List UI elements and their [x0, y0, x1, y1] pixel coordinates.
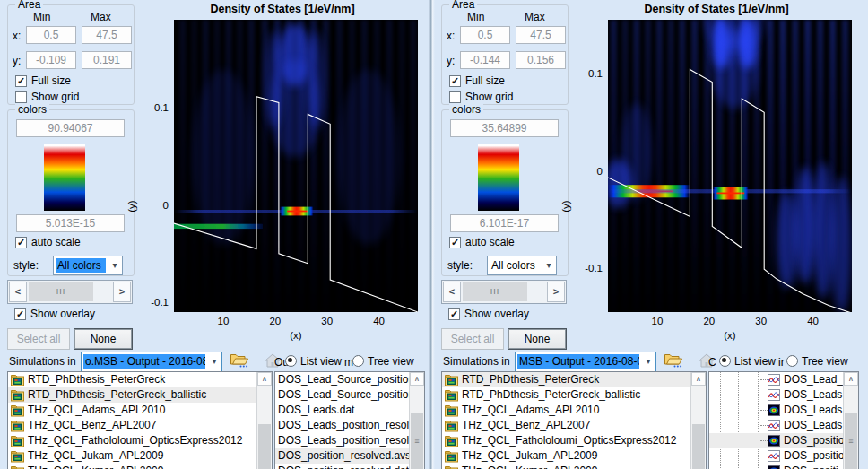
- color-min-value[interactable]: 6.101E-17: [450, 214, 559, 232]
- folder-row[interactable]: THz_QCL_Kumar_APL2009: [8, 464, 256, 469]
- x-max-input[interactable]: 47.5: [82, 26, 132, 44]
- simulation-folder-list[interactable]: ∧ RTD_PhDthesis_PeterGreckRTD_PhDthesis_…: [441, 371, 707, 469]
- file-row[interactable]: DOS_position_resolved.dat: [275, 464, 409, 469]
- color-min-value[interactable]: 5.013E-15: [16, 214, 125, 232]
- folder-row[interactable]: THz_QCL_Benz_APL2007: [442, 418, 690, 433]
- list-view-radio[interactable]: [285, 355, 297, 367]
- chart-icon: [768, 389, 780, 401]
- min-column-label: Min: [33, 11, 50, 23]
- scroll-thumb[interactable]: III: [463, 282, 527, 301]
- file-row[interactable]: DOS_Lead_: [709, 372, 843, 387]
- full-size-checkbox[interactable]: ✓: [449, 75, 461, 87]
- file-row[interactable]: DOS_positi: [709, 464, 843, 469]
- scroll-thumb[interactable]: ≡: [845, 413, 857, 469]
- folder-row[interactable]: RTD_PhDthesis_PeterGreck: [8, 372, 256, 387]
- output-file-tree[interactable]: ∧ ≡ DOS_Lead_DOS_LeadsDOS_LeadsDOS_Leads…: [708, 371, 859, 469]
- scrollbar[interactable]: ∧: [690, 372, 706, 469]
- simulations-combobox-value: MSB - Output - 2016-08-09: [517, 354, 639, 369]
- scroll-up-icon[interactable]: ∧: [410, 372, 424, 386]
- select-all-button[interactable]: Select all: [441, 328, 504, 350]
- x-min-input[interactable]: 0.5: [460, 26, 510, 44]
- simulations-combobox[interactable]: o.MSB - Output - 2016-08-09 ▾: [81, 352, 222, 372]
- scroll-left-button[interactable]: <: [9, 282, 27, 302]
- file-row[interactable]: DOS_positio: [709, 448, 843, 464]
- file-row[interactable]: DOS_Leads: [709, 387, 843, 403]
- folder-row[interactable]: THz_QCL_Jukam_APL2009: [8, 448, 256, 464]
- dos-heatmap-plot[interactable]: [174, 20, 418, 312]
- none-button[interactable]: None: [74, 328, 133, 350]
- dos-heatmap-plot[interactable]: [608, 20, 852, 312]
- show-grid-checkbox[interactable]: [15, 91, 27, 103]
- x-min-input[interactable]: 0.5: [26, 26, 76, 44]
- style-combobox[interactable]: All colors ▾: [53, 256, 123, 275]
- scroll-right-button[interactable]: >: [547, 282, 565, 302]
- scroll-up-icon[interactable]: ∧: [691, 372, 706, 386]
- file-row[interactable]: DOS_Lead_Source_position_: [275, 372, 409, 387]
- show-overlay-checkbox[interactable]: ✓: [448, 308, 460, 320]
- simulations-combobox[interactable]: MSB - Output - 2016-08-09 ▾: [515, 352, 656, 372]
- none-button[interactable]: None: [508, 328, 567, 350]
- tree-view-radio[interactable]: [352, 355, 364, 367]
- x-max-input[interactable]: 47.5: [516, 26, 566, 44]
- full-size-checkbox[interactable]: ✓: [15, 75, 27, 87]
- chevron-down-icon[interactable]: ▾: [207, 352, 221, 371]
- folder-row[interactable]: THz_QCL_Benz_APL2007: [8, 418, 256, 433]
- scroll-thumb[interactable]: ≡: [411, 413, 423, 469]
- folder-row[interactable]: THz_QCL_Fathololoumi_OpticsExpress2012: [442, 433, 690, 448]
- tree-view-radio[interactable]: [786, 355, 798, 367]
- file-row[interactable]: DOS_positio: [709, 433, 843, 448]
- chevron-down-icon[interactable]: ▾: [641, 352, 655, 371]
- folder-row[interactable]: THz_QCL_Adams_APL2010: [442, 403, 690, 418]
- simulation-folder-list[interactable]: ∧ RTD_PhDthesis_PeterGreckRTD_PhDthesis_…: [7, 371, 273, 469]
- scrollbar[interactable]: ∧ ≡: [409, 372, 424, 469]
- color-max-value[interactable]: 90.94067: [16, 119, 125, 137]
- folder-row[interactable]: THz_QCL_Adams_APL2010: [8, 403, 256, 418]
- scroll-right-button[interactable]: >: [113, 282, 131, 302]
- item-label: THz_QCL_Benz_APL2007: [462, 418, 590, 433]
- folder-row[interactable]: THz_QCL_Jukam_APL2009: [442, 448, 690, 464]
- auto-scale-checkbox[interactable]: ✓: [449, 237, 461, 248]
- show-overlay-checkbox[interactable]: ✓: [14, 308, 26, 320]
- file-row[interactable]: DOS_position_resolved.avs.fl: [275, 448, 409, 464]
- file-row[interactable]: DOS_Leads.dat: [275, 403, 409, 418]
- scroll-thumb[interactable]: III: [29, 282, 93, 301]
- auto-scale-checkbox[interactable]: ✓: [15, 237, 27, 248]
- scroll-up-icon[interactable]: ∧: [844, 372, 858, 386]
- y-max-input[interactable]: 0.156: [516, 51, 566, 69]
- folder-row[interactable]: THz_QCL_Kumar_APL2009: [442, 464, 690, 469]
- folder-row[interactable]: THz_QCL_Fathololoumi_OpticsExpress2012: [8, 433, 256, 448]
- y-min-input[interactable]: -0.109: [26, 51, 76, 69]
- pan-scrollbar[interactable]: < III >: [441, 280, 567, 304]
- y-max-input[interactable]: 0.191: [82, 51, 132, 69]
- folder-row[interactable]: RTD_PhDthesis_PeterGreck_ballistic: [442, 387, 690, 403]
- y-min-input[interactable]: -0.144: [460, 51, 510, 69]
- scroll-left-button[interactable]: <: [443, 282, 461, 302]
- chart-icon: [768, 374, 780, 386]
- output-file-list[interactable]: ∧ ≡ DOS_Lead_Source_position_DOS_Lead_So…: [274, 371, 425, 469]
- list-view-radio[interactable]: [719, 355, 731, 367]
- browse-folder-icon[interactable]: [230, 352, 249, 371]
- folder-row[interactable]: RTD_PhDthesis_PeterGreck_ballistic: [8, 387, 256, 403]
- chevron-down-icon[interactable]: ▾: [108, 256, 122, 274]
- dos-panel-left: Area Min Max x: 0.5 47.5 y: -0.109 0.191…: [0, 0, 434, 469]
- item-label: DOS_Lead_: [784, 372, 843, 387]
- scroll-up-icon[interactable]: ∧: [257, 372, 272, 386]
- pan-scrollbar[interactable]: < III >: [7, 280, 133, 304]
- file-row[interactable]: DOS_Leads: [709, 403, 843, 418]
- style-combobox[interactable]: All colors ▾: [487, 256, 557, 275]
- scrollbar[interactable]: ∧: [256, 372, 272, 469]
- colors-group: colors 90.94067 5.013E-15 ✓ auto scale A…: [7, 109, 135, 276]
- scrollbar[interactable]: ∧ ≡: [843, 372, 858, 469]
- browse-folder-icon[interactable]: [664, 352, 683, 371]
- file-row[interactable]: DOS_Leads_position_resolve: [275, 418, 409, 433]
- chevron-down-icon[interactable]: ▾: [542, 256, 556, 274]
- scroll-thumb[interactable]: [692, 424, 705, 469]
- file-row[interactable]: DOS_Leads: [709, 418, 843, 433]
- color-max-value[interactable]: 35.64899: [450, 119, 559, 137]
- file-row[interactable]: DOS_Leads_position_resolve: [275, 433, 409, 448]
- file-row[interactable]: DOS_Lead_Source_position_: [275, 387, 409, 403]
- folder-row[interactable]: RTD_PhDthesis_PeterGreck: [442, 372, 690, 387]
- show-grid-checkbox[interactable]: [449, 91, 461, 103]
- scroll-thumb[interactable]: [258, 424, 271, 469]
- select-all-button[interactable]: Select all: [7, 328, 70, 350]
